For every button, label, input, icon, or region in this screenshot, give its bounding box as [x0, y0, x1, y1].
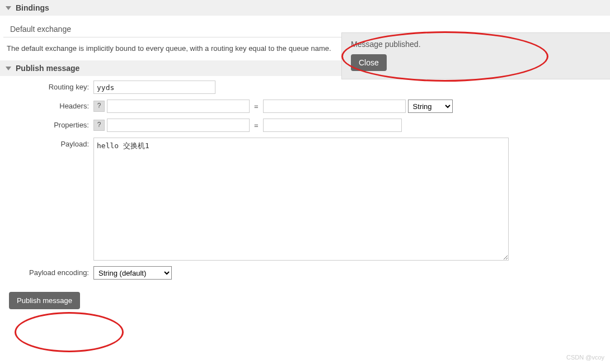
section-title-bindings: Bindings	[16, 3, 49, 12]
toast-notification: Message published. Close	[341, 32, 610, 79]
chevron-down-icon	[6, 67, 11, 70]
headers-help-button[interactable]: ?	[93, 101, 105, 112]
properties-key-input[interactable]	[107, 119, 250, 132]
row-payload-encoding: Payload encoding: String (default)	[7, 266, 603, 280]
label-properties: Properties:	[7, 119, 93, 129]
toast-message: Message published.	[351, 40, 601, 49]
equals-sign: =	[252, 121, 261, 130]
publish-form: Routing key: Headers: ? = String Propert…	[0, 76, 610, 290]
payload-textarea[interactable]	[93, 138, 509, 261]
row-payload: Payload:	[7, 138, 603, 261]
routing-key-input[interactable]	[93, 81, 215, 94]
headers-value-input[interactable]	[263, 100, 406, 113]
section-title-publish: Publish message	[16, 64, 79, 73]
chevron-down-icon	[6, 6, 11, 10]
watermark: CSDN @vcoy	[566, 354, 604, 361]
label-payload-encoding: Payload encoding:	[7, 266, 93, 277]
payload-encoding-select[interactable]: String (default)	[93, 266, 172, 280]
toast-close-button[interactable]: Close	[351, 54, 387, 71]
publish-message-button[interactable]: Publish message	[9, 292, 80, 309]
headers-type-select[interactable]: String	[408, 100, 453, 113]
section-header-bindings[interactable]: Bindings	[0, 0, 610, 16]
row-headers: Headers: ? = String	[7, 100, 603, 113]
label-routing-key: Routing key:	[7, 81, 93, 91]
row-routing-key: Routing key:	[7, 81, 603, 94]
annotation-ellipse	[15, 312, 124, 352]
row-properties: Properties: ? =	[7, 119, 603, 132]
properties-help-button[interactable]: ?	[93, 120, 105, 131]
label-headers: Headers:	[7, 100, 93, 110]
equals-sign: =	[252, 102, 261, 111]
properties-value-input[interactable]	[263, 119, 402, 132]
label-payload: Payload:	[7, 138, 93, 148]
headers-key-input[interactable]	[107, 100, 250, 113]
